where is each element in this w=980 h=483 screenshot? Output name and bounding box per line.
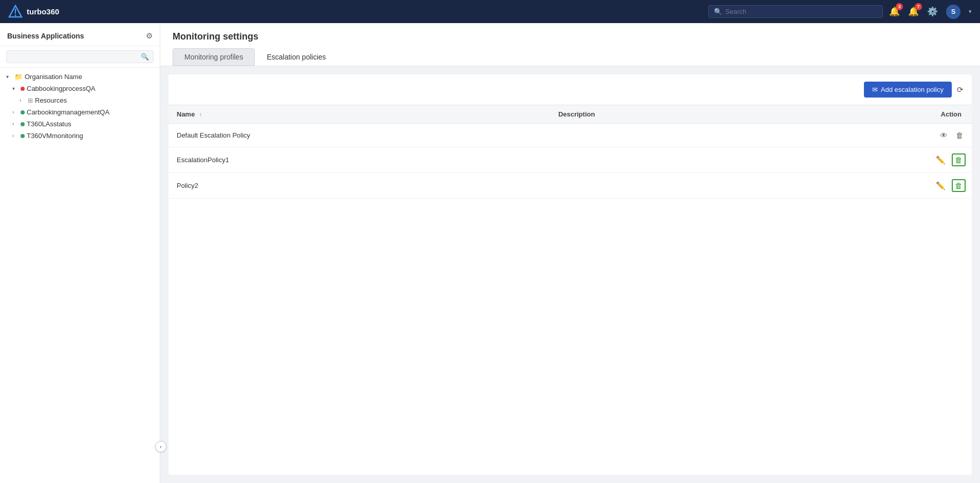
refresh-button[interactable]: ⟳ xyxy=(957,85,964,94)
row2-actions: ✏️ 🗑 xyxy=(776,147,972,173)
row2-edit-button[interactable]: ✏️ xyxy=(934,154,948,166)
row2-description xyxy=(550,147,776,173)
trash-icon: 🗑 xyxy=(956,131,964,140)
col-description: Description xyxy=(550,105,776,124)
tab-monitoring-profiles[interactable]: Monitoring profiles xyxy=(173,48,255,66)
svg-point-2 xyxy=(15,14,16,16)
navbar: turbo360 🔍 🔔 3 🔔 7 ⚙️ S ▾ xyxy=(0,0,980,23)
row1-delete-button[interactable]: 🗑 xyxy=(954,130,966,141)
t360la-status-dot xyxy=(21,122,25,126)
edit-icon: ✏️ xyxy=(936,156,946,165)
row1-view-button[interactable]: 👁 xyxy=(938,130,950,141)
gear-icon: ⚙️ xyxy=(927,6,938,17)
col-action-label: Action xyxy=(941,110,962,118)
tree-org[interactable]: ▾ 📁 Organisation Name xyxy=(0,71,160,83)
col-description-label: Description xyxy=(558,110,595,118)
page-title: Monitoring settings xyxy=(173,31,968,42)
content-area: ✉ Add escalation policy ⟳ Name ↑ xyxy=(168,74,972,475)
table-row: Policy2 ✏️ 🗑 xyxy=(168,173,972,199)
user-menu-chevron[interactable]: ▾ xyxy=(969,8,972,15)
col-name: Name ↑ xyxy=(168,105,550,124)
trash-icon: 🗑 xyxy=(955,156,963,164)
row1-action-icons: 👁 🗑 xyxy=(784,130,966,141)
content-toolbar: ✉ Add escalation policy ⟳ xyxy=(168,74,972,105)
row3-description xyxy=(550,173,776,199)
main-content: Monitoring settings Monitoring profiles … xyxy=(160,23,980,483)
cabbooking-chevron-icon: ▾ xyxy=(12,86,18,91)
t360vm-chevron-icon: › xyxy=(12,133,18,139)
add-policy-label: Add escalation policy xyxy=(881,86,944,93)
eye-icon: 👁 xyxy=(940,131,948,140)
row3-actions: ✏️ 🗑 xyxy=(776,173,972,199)
row1-name: Default Escalation Policy xyxy=(168,124,550,147)
sidebar: Business Applications ⚙ 🔍 ▾ 📁 Organisati… xyxy=(0,23,160,483)
table-body: Default Escalation Policy 👁 🗑 xyxy=(168,124,972,199)
cabbooking-label: CabbookingprocessQA xyxy=(27,85,96,92)
row2-action-icons: ✏️ 🗑 xyxy=(784,153,966,166)
search-input[interactable] xyxy=(725,8,877,15)
t360vm-label: T360VMmonitoring xyxy=(27,132,83,140)
col-name-label: Name xyxy=(177,110,195,118)
row1-actions: 👁 🗑 xyxy=(776,124,972,147)
org-chevron-icon: ▾ xyxy=(6,74,12,80)
tabs: Monitoring profiles Escalation policies xyxy=(173,48,968,66)
sidebar-search-area: 🔍 xyxy=(0,46,160,68)
table-header-row: Name ↑ Description Action xyxy=(168,105,972,124)
add-escalation-policy-button[interactable]: ✉ Add escalation policy xyxy=(864,82,952,98)
sidebar-collapse-btn[interactable]: ‹ xyxy=(160,441,166,452)
resources-label: Resources xyxy=(35,96,67,104)
sidebar-item-resources[interactable]: › ⊞ Resources xyxy=(0,94,160,106)
table-row: EscalationPolicy1 ✏️ 🗑 xyxy=(168,147,972,173)
search-bar[interactable]: 🔍 xyxy=(708,5,883,18)
row3-action-icons: ✏️ 🗑 xyxy=(784,179,966,192)
sidebar-search-inner[interactable]: 🔍 xyxy=(6,50,154,63)
row3-name: Policy2 xyxy=(168,173,550,199)
col-action: Action xyxy=(776,105,972,124)
alerts-btn[interactable]: 🔔 7 xyxy=(908,6,919,17)
trash-icon: 🗑 xyxy=(955,181,963,190)
table-row: Default Escalation Policy 👁 🗑 xyxy=(168,124,972,147)
logo-icon xyxy=(8,5,23,19)
sidebar-title: Business Applications xyxy=(7,32,84,40)
tab-escalation-label: Escalation policies xyxy=(267,53,326,61)
t360vm-status-dot xyxy=(21,134,25,138)
navbar-icons: 🔔 3 🔔 7 ⚙️ S ▾ xyxy=(889,5,972,19)
carbooking-chevron-icon: › xyxy=(12,109,18,115)
t360la-label: T360LAsstatus xyxy=(27,120,71,128)
sort-icon[interactable]: ↑ xyxy=(199,111,202,118)
search-icon: 🔍 xyxy=(714,8,722,15)
org-folder-icon: 📁 xyxy=(14,73,23,81)
user-avatar[interactable]: S xyxy=(946,5,960,19)
sidebar-gear-icon[interactable]: ⚙ xyxy=(146,31,153,41)
table-header: Name ↑ Description Action xyxy=(168,105,972,124)
main-layout: Business Applications ⚙ 🔍 ▾ 📁 Organisati… xyxy=(0,23,980,483)
settings-btn[interactable]: ⚙️ xyxy=(927,6,938,17)
tree-area: ▾ 📁 Organisation Name ▾ Cabbookingproces… xyxy=(0,68,160,145)
notifications-btn[interactable]: 🔔 3 xyxy=(889,6,900,17)
avatar-letter: S xyxy=(951,8,956,15)
row1-description xyxy=(550,124,776,147)
carbooking-label: CarbookingmanagementQA xyxy=(27,108,109,116)
t360la-chevron-icon: › xyxy=(12,121,18,127)
row3-delete-button[interactable]: 🗑 xyxy=(952,179,966,192)
refresh-icon: ⟳ xyxy=(957,85,964,94)
sidebar-item-t360lastatus[interactable]: › T360LAsstatus xyxy=(0,118,160,130)
sidebar-item-carbookingmgmt[interactable]: › CarbookingmanagementQA xyxy=(0,106,160,118)
page-header: Monitoring settings Monitoring profiles … xyxy=(160,23,980,66)
edit-icon: ✏️ xyxy=(936,181,946,190)
notifications-badge: 3 xyxy=(896,3,903,10)
sidebar-search-icon: 🔍 xyxy=(141,53,149,61)
sidebar-search-input[interactable] xyxy=(11,53,141,61)
row2-name: EscalationPolicy1 xyxy=(168,147,550,173)
app-logo[interactable]: turbo360 xyxy=(8,5,59,19)
sidebar-item-cabbooking[interactable]: ▾ CabbookingprocessQA xyxy=(0,83,160,94)
app-name: turbo360 xyxy=(27,7,59,16)
resources-grid-icon: ⊞ xyxy=(28,97,33,104)
row2-delete-button[interactable]: 🗑 xyxy=(952,153,966,166)
carbooking-status-dot xyxy=(21,110,25,114)
resources-chevron-icon: › xyxy=(20,98,26,103)
row3-edit-button[interactable]: ✏️ xyxy=(934,180,948,191)
sidebar-item-t360vmmonitoring[interactable]: › T360VMmonitoring xyxy=(0,130,160,142)
email-icon: ✉ xyxy=(872,86,878,93)
tab-escalation-policies[interactable]: Escalation policies xyxy=(255,48,337,66)
